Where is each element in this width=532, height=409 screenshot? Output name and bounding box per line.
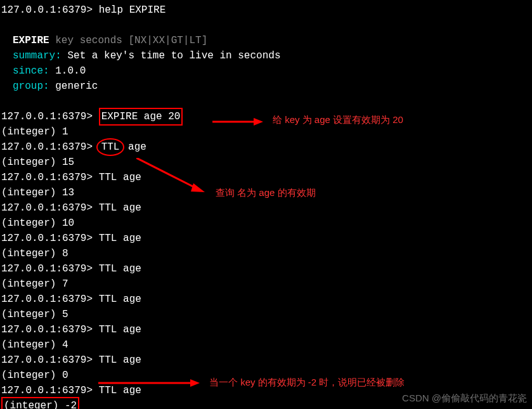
expire-line: 127.0.0.1:6379> EXPIRE age 20 bbox=[1, 109, 531, 124]
result: (integer) 5 bbox=[1, 307, 531, 322]
help-since: since: 1.0.0 bbox=[1, 63, 531, 79]
arrow-icon bbox=[212, 114, 263, 129]
ttl-cmd: TTL age bbox=[99, 172, 141, 183]
prompt: 127.0.0.1:6379> bbox=[1, 202, 93, 214]
prompt: 127.0.0.1:6379> bbox=[1, 385, 93, 396]
arrow-icon bbox=[136, 158, 206, 196]
ttl-cmd: TTL age bbox=[99, 354, 141, 366]
result-final: (integer) -2 bbox=[4, 400, 77, 409]
group-label: group: bbox=[13, 81, 49, 92]
group-text: generic bbox=[55, 81, 98, 92]
svg-line-2 bbox=[136, 158, 197, 188]
prompt: 127.0.0.1:6379> bbox=[1, 263, 93, 275]
ttl-line: 127.0.0.1:6379> TTL age bbox=[1, 322, 531, 337]
prompt: 127.0.0.1:6379> bbox=[1, 4, 93, 16]
ttl-suffix: age bbox=[122, 141, 146, 153]
result: (integer) 10 bbox=[1, 216, 531, 231]
help-summary: summary: Set a key's time to live in sec… bbox=[1, 48, 531, 63]
ttl-highlight: TTL bbox=[96, 138, 125, 156]
result: (integer) 1 bbox=[1, 124, 531, 140]
ttl-line-hl: 127.0.0.1:6379> TTL age bbox=[1, 140, 531, 155]
help-syntax: EXPIRE key seconds [NX|XX|GT|LT] bbox=[1, 33, 531, 48]
cmd-args: key seconds [NX|XX|GT|LT] bbox=[55, 35, 207, 46]
ttl-cmd: TTL age bbox=[99, 324, 141, 335]
result: (integer) 4 bbox=[1, 337, 531, 353]
svg-marker-3 bbox=[191, 183, 205, 192]
prompt: 127.0.0.1:6379> bbox=[1, 294, 93, 305]
ttl-cmd: TTL age bbox=[99, 202, 141, 214]
prompt: 127.0.0.1:6379> bbox=[1, 354, 93, 366]
ttl-cmd: TTL age bbox=[99, 263, 141, 275]
ttl-line: 127.0.0.1:6379> TTL age bbox=[1, 170, 531, 185]
blank bbox=[1, 94, 531, 109]
prompt: 127.0.0.1:6379> bbox=[1, 141, 93, 153]
result: (integer) 8 bbox=[1, 246, 531, 261]
prompt: 127.0.0.1:6379> bbox=[1, 111, 93, 122]
summary-text: Set a key's time to live in seconds bbox=[67, 50, 280, 62]
terminal[interactable]: 127.0.0.1:6379> help EXPIRE EXPIRE key s… bbox=[0, 0, 532, 409]
final-highlight: (integer) -2 bbox=[1, 397, 79, 409]
expire-cmd: EXPIRE age 20 bbox=[101, 111, 181, 122]
ttl-line: 127.0.0.1:6379> TTL age bbox=[1, 261, 531, 276]
svg-marker-5 bbox=[190, 379, 200, 387]
ttl-line: 127.0.0.1:6379> TTL age bbox=[1, 231, 531, 246]
summary-label: summary: bbox=[13, 50, 62, 62]
since-text: 1.0.0 bbox=[55, 65, 86, 77]
ttl-cmd: TTL age bbox=[99, 233, 141, 244]
annotation-3: 当一个 key 的有效期为 -2 时，说明已经被删除 bbox=[209, 375, 405, 390]
prompt: 127.0.0.1:6379> bbox=[1, 172, 93, 183]
watermark: CSDN @偷偷敲代码的青花瓷 bbox=[402, 391, 527, 406]
blank bbox=[1, 18, 531, 33]
prompt: 127.0.0.1:6379> bbox=[1, 233, 93, 244]
prompt-line: 127.0.0.1:6379> help EXPIRE bbox=[1, 3, 531, 18]
cmd-help: help EXPIRE bbox=[99, 4, 166, 16]
since-label: since: bbox=[13, 65, 49, 77]
result: (integer) 15 bbox=[1, 155, 531, 170]
expire-highlight: EXPIRE age 20 bbox=[99, 108, 183, 126]
svg-marker-1 bbox=[254, 118, 263, 126]
arrow-icon bbox=[98, 375, 200, 391]
ttl-cmd-part: TTL bbox=[101, 141, 120, 153]
annotation-1: 给 key 为 age 设置有效期为 20 bbox=[273, 113, 403, 127]
ttl-line: 127.0.0.1:6379> TTL age bbox=[1, 292, 531, 307]
prompt: 127.0.0.1:6379> bbox=[1, 324, 93, 335]
ttl-line: 127.0.0.1:6379> TTL age bbox=[1, 200, 531, 216]
result: (integer) 7 bbox=[1, 276, 531, 292]
annotation-2: 查询 名为 age 的有效期 bbox=[216, 186, 316, 200]
cmd-name: EXPIRE bbox=[13, 35, 49, 46]
ttl-cmd: TTL age bbox=[99, 294, 141, 305]
ttl-line: 127.0.0.1:6379> TTL age bbox=[1, 353, 531, 368]
help-group: group: generic bbox=[1, 79, 531, 94]
